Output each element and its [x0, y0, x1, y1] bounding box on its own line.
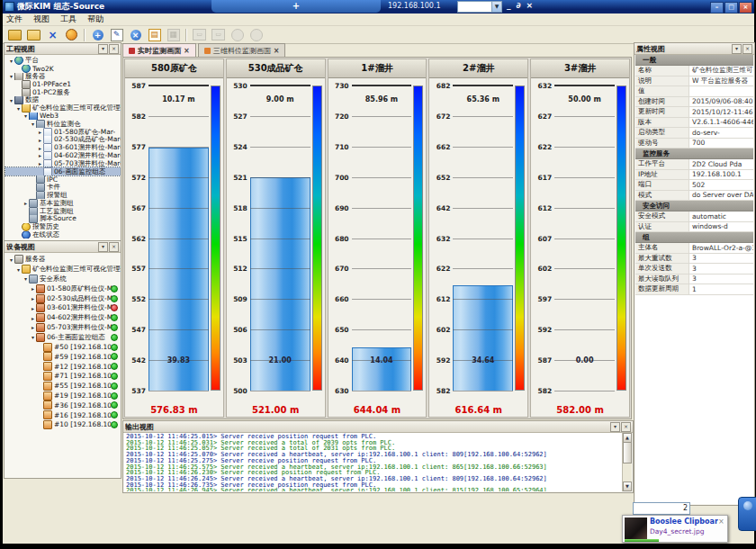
tree-item[interactable]: 脚本Source — [5, 215, 121, 223]
tree-item[interactable]: ▸04-602溜井料位-Mar- — [5, 152, 121, 160]
pin-icon[interactable]: ▾ — [98, 242, 108, 252]
clipboard-toast[interactable]: Booslee Clipboard - 10% Day4_secret.jpg … — [622, 515, 728, 543]
delete-project-button[interactable]: × — [44, 27, 61, 43]
chevron-down-icon[interactable]: ▾ — [30, 121, 36, 127]
toast-close-icon[interactable]: × — [718, 518, 725, 540]
chevron-right-icon[interactable]: ▸ — [30, 295, 36, 302]
tree-item[interactable]: ▸02-530成品料位仪-M- — [5, 293, 121, 303]
alarm-button[interactable] — [63, 27, 80, 43]
scroll-thumb[interactable] — [623, 442, 632, 464]
close-icon[interactable]: × — [109, 242, 119, 252]
tree-item[interactable]: 报警组 — [5, 192, 121, 200]
tree-item[interactable]: #16 [192.168.10- — [5, 410, 121, 420]
tree-item[interactable]: #10 [192.168.10- — [5, 420, 121, 430]
tree-item[interactable]: ▸01-580原矿料位仪-M- — [5, 284, 121, 293]
tree-item[interactable]: 工艺监测组 — [5, 207, 121, 215]
tree-item[interactable]: #12 [192.168.10- — [5, 362, 121, 372]
property-row[interactable]: 数据更新周期1 — [635, 284, 753, 295]
tree-item[interactable]: #19 [192.168.10- — [5, 391, 121, 400]
chevron-right-icon[interactable]: ▸ — [30, 315, 36, 321]
chevron-right-icon[interactable]: ▸ — [37, 152, 43, 158]
property-row[interactable]: 启动类型do-serv- — [635, 128, 753, 139]
tree-item[interactable]: ▾服务器 — [5, 255, 121, 265]
tree-item[interactable]: ▾平台 — [5, 57, 121, 65]
property-row[interactable]: 创建时间2015/09/06-08:40:4- — [635, 97, 753, 108]
session-tab[interactable]: + — [212, 0, 381, 13]
chevron-right-icon[interactable]: ▸ — [37, 160, 43, 166]
chevron-right-icon[interactable]: ▸ — [37, 145, 43, 151]
log-scrollbar[interactable]: ▲ ▼ — [622, 433, 632, 491]
property-row[interactable]: 工作平台2D2 Cloud Pda — [635, 159, 753, 170]
tree-item[interactable]: ▸04-602溜井料位仪-M- — [5, 313, 121, 323]
tree-item[interactable]: ▾服务器 — [5, 73, 121, 81]
property-row[interactable]: 版本V2.6.1.1-4606-446- — [635, 118, 753, 129]
close-icon[interactable]: × — [109, 44, 119, 54]
menu-item-1[interactable]: 视图 — [33, 14, 50, 25]
mini-input[interactable]: 2 — [633, 502, 690, 515]
property-section-header[interactable]: 安全访问 — [635, 201, 753, 212]
chevron-right-icon[interactable]: ▸ — [30, 305, 36, 311]
chevron-right-icon[interactable]: ▸ — [22, 200, 29, 206]
close-icon[interactable]: × — [742, 44, 752, 54]
form-view-button[interactable]: ▤ — [146, 27, 163, 43]
edit-item-button[interactable]: ✎ — [108, 27, 125, 43]
tree-item[interactable]: ▸基本监测组 — [5, 199, 121, 207]
tree-item[interactable]: ▸03-601溜井料位仪-M- — [5, 303, 121, 313]
property-row[interactable]: 端口502 — [635, 180, 753, 191]
chevron-right-icon[interactable]: ▸ — [37, 137, 43, 143]
chevron-right-icon[interactable]: ▸ — [37, 129, 43, 135]
session-fullscreen-button[interactable]: ∂ — [517, 1, 521, 10]
tab-1[interactable]: 三维料位监测画面× — [198, 43, 286, 57]
tree-item[interactable]: Two2K — [5, 65, 121, 73]
tree-item[interactable]: #55 [192.168.10- — [5, 381, 121, 391]
session-close-button[interactable]: × — [526, 1, 533, 10]
remote-panel-icon[interactable] — [738, 497, 756, 531]
tree-item[interactable]: ▸03-601溜井料位-Mar- — [5, 144, 121, 152]
tree-item[interactable]: IPC — [5, 176, 121, 184]
scroll-down-icon[interactable]: ▼ — [623, 482, 632, 491]
tree-item[interactable]: ▸02-530成品矿仓-Mar- — [5, 136, 121, 144]
tree-item[interactable]: ▾06-主画面监控组态 — [5, 332, 121, 342]
tab-0[interactable]: 实时监测画面× — [122, 43, 196, 57]
chevron-right-icon[interactable]: ▸ — [30, 324, 36, 330]
tree-item[interactable]: #59 [192.168.10- — [5, 352, 121, 362]
property-section-header[interactable]: 一般 — [635, 55, 753, 66]
remove-item-button[interactable]: × — [127, 27, 144, 43]
tree-item[interactable]: ▾数据 — [5, 96, 121, 104]
property-section-header[interactable]: 组 — [635, 232, 753, 243]
property-row[interactable]: 安全模式automatic — [635, 212, 753, 222]
open-project-button[interactable] — [6, 27, 23, 43]
property-row[interactable]: IP地址192.168.100.1 — [635, 170, 753, 181]
session-minimize-button[interactable]: _ — [507, 1, 511, 10]
new-tab-icon[interactable]: + — [292, 1, 300, 11]
property-row[interactable]: 主体名BrowALL-Or2-a-@3- — [635, 243, 753, 254]
tree-item[interactable]: ▾安全系统 — [5, 274, 121, 284]
property-row[interactable]: 值 — [635, 86, 753, 97]
property-row[interactable]: 驱动号700 — [635, 139, 753, 149]
tree-item[interactable]: 在线状态 — [5, 231, 121, 239]
tree-item[interactable]: #50 [192.168.10- — [5, 342, 121, 352]
tree-item[interactable]: ▸01-580原矿仓-Mar- — [5, 128, 121, 136]
chevron-down-icon[interactable]: ▾ — [22, 275, 29, 282]
chevron-down-icon[interactable]: ▾ — [30, 334, 36, 340]
session-combo[interactable]: ▼ — [457, 1, 502, 13]
property-row[interactable]: 模式do Server over DA- — [635, 191, 753, 202]
tree-item[interactable]: #71 [192.168.10- — [5, 372, 121, 382]
tree-item[interactable]: ▸05-703溜井料位仪-M- — [5, 323, 121, 333]
property-row[interactable]: 认证windows-d — [635, 222, 753, 233]
tree-item[interactable]: ▾矿仓料位监测三维可视化管理平台- — [5, 265, 121, 274]
property-row[interactable]: 单次发送数3 — [635, 264, 753, 274]
property-row[interactable]: 最大读取队列3 — [635, 274, 753, 285]
pin-icon[interactable]: ▾ — [98, 44, 108, 54]
chevron-down-icon[interactable]: ▾ — [8, 73, 14, 79]
chevron-down-icon[interactable]: ▼ — [491, 2, 501, 12]
chevron-down-icon[interactable]: ▾ — [8, 256, 14, 263]
chevron-down-icon[interactable]: ▾ — [8, 97, 14, 104]
property-row[interactable]: 名称矿仓料位监测三维可- — [635, 66, 753, 76]
chevron-down-icon[interactable]: ▾ — [22, 112, 29, 119]
tree-item[interactable]: ▾矿仓料位监测三维可视化管理平台- — [5, 104, 121, 112]
add-item-button[interactable]: + — [89, 27, 106, 43]
menu-item-2[interactable]: 工具 — [60, 14, 76, 25]
pin-icon[interactable]: ▾ — [732, 44, 742, 54]
chevron-right-icon[interactable]: ▸ — [30, 285, 36, 292]
